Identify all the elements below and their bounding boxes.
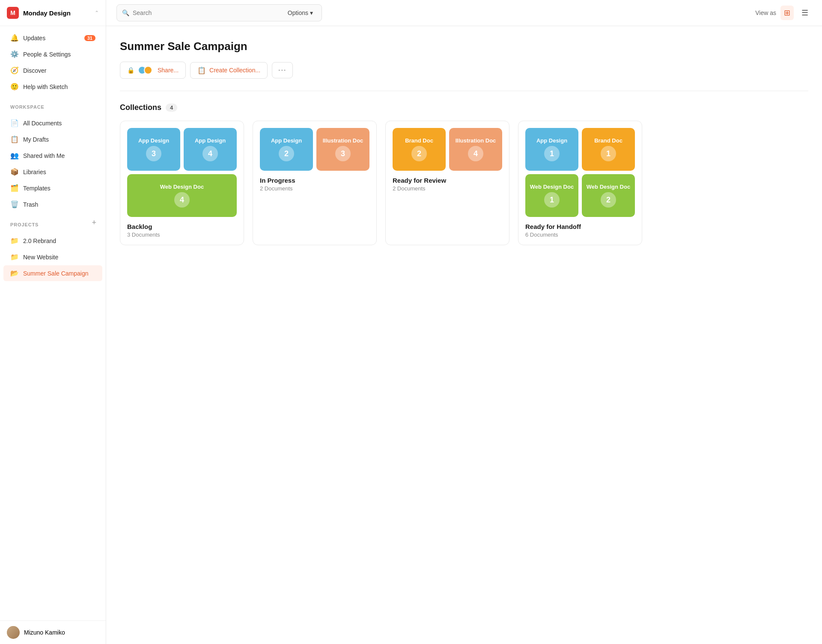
collections-section-header: Collections 4 (120, 103, 808, 112)
list-view-button[interactable]: ☰ (798, 6, 812, 20)
doc-tile-label: Illustration Doc (456, 137, 496, 145)
sidebar-item-shared-with-me[interactable]: 👥 Shared with Me (3, 148, 102, 163)
doc-tile: Web Design Doc 4 (127, 174, 237, 217)
sidebar-item-new-website[interactable]: 📁 New Website (3, 249, 102, 265)
page-title: Summer Sale Campaign (120, 40, 808, 53)
libraries-icon: 📦 (10, 168, 18, 176)
sidebar-item-rebrand[interactable]: 📁 2.0 Rebrand (3, 233, 102, 249)
doc-tile-number: 1 (544, 192, 560, 208)
sidebar-item-help-with-sketch[interactable]: 🙂 Help with Sketch (3, 79, 102, 95)
add-project-button[interactable]: + (89, 218, 99, 227)
doc-tile: App Design 4 (184, 128, 237, 171)
options-button[interactable]: Options ▾ (284, 8, 316, 18)
options-label: Options (288, 9, 308, 16)
doc-tile-number: 4 (203, 146, 218, 161)
sidebar-item-people-settings[interactable]: ⚙️ People & Settings (3, 46, 102, 62)
sidebar-item-label: Shared with Me (23, 152, 95, 159)
help-icon: 🙂 (10, 83, 18, 91)
trash-icon: 🗑️ (10, 200, 18, 208)
doc-tile-label: Brand Doc (594, 137, 622, 145)
collection-card-ready-for-review[interactable]: Brand Doc 2 Illustration Doc 4 Ready for… (385, 121, 509, 245)
create-collection-label: Create Collection... (209, 67, 260, 74)
doc-tile-number: 3 (335, 146, 351, 161)
search-box[interactable]: 🔍 Options ▾ (116, 4, 322, 21)
content-area: Summer Sale Campaign 🔒 Share... 📋 Create… (106, 26, 822, 644)
folder-open-icon: 📂 (10, 269, 18, 277)
grid-view-button[interactable]: ⊞ (780, 6, 794, 20)
sidebar-item-summer-sale[interactable]: 📂 Summer Sale Campaign (3, 265, 102, 281)
card-count: 2 Documents (393, 185, 502, 192)
document-icon: 📄 (10, 119, 18, 127)
more-options-button[interactable]: ··· (272, 62, 293, 78)
sidebar-item-label: New Website (23, 254, 95, 261)
sidebar-item-all-documents[interactable]: 📄 All Documents (3, 115, 102, 131)
doc-tile-label: Brand Doc (405, 137, 433, 145)
sidebar-item-label: My Drafts (23, 136, 95, 143)
chevron-icon: ⌃ (95, 10, 99, 16)
sidebar-item-libraries[interactable]: 📦 Libraries (3, 164, 102, 180)
lock-icon: 🔒 (127, 67, 134, 74)
sidebar-header[interactable]: M Monday Design ⌃ (0, 0, 106, 26)
doc-tile: Brand Doc 1 (582, 128, 635, 171)
doc-tile-number: 1 (601, 146, 616, 161)
doc-tile-number: 2 (279, 146, 294, 161)
collections-title: Collections (120, 103, 161, 112)
create-collection-icon: 📋 (197, 66, 206, 74)
share-button[interactable]: 🔒 Share... (120, 62, 186, 79)
sidebar-item-label: Templates (23, 185, 95, 192)
collection-card-in-progress[interactable]: App Design 2 Illustration Doc 3 In Progr… (253, 121, 377, 245)
sidebar-item-label: Discover (23, 67, 95, 74)
sidebar-item-label: Trash (23, 201, 95, 208)
doc-tile-label: App Design (195, 137, 226, 145)
folder-icon: 📁 (10, 253, 18, 261)
doc-tile-label: Web Design Doc (587, 184, 630, 191)
sidebar-item-templates[interactable]: 🗂️ Templates (3, 180, 102, 196)
doc-tile: App Design 3 (127, 128, 180, 171)
gear-icon: ⚙️ (10, 50, 18, 58)
sidebar-item-label: Help with Sketch (23, 83, 95, 90)
avatar (7, 626, 20, 639)
create-collection-button[interactable]: 📋 Create Collection... (190, 62, 268, 79)
sidebar-item-label: All Documents (23, 120, 95, 127)
doc-tile-number: 4 (468, 146, 483, 161)
topbar: 🔍 Options ▾ View as ⊞ ☰ (106, 0, 822, 26)
compass-icon: 🧭 (10, 66, 18, 74)
sidebar-item-label: People & Settings (23, 51, 95, 58)
sidebar-item-discover[interactable]: 🧭 Discover (3, 62, 102, 78)
doc-tile: Web Design Doc 1 (525, 174, 578, 217)
doc-tile: App Design 2 (260, 128, 313, 171)
share-label: Share... (158, 67, 179, 74)
doc-tile-label: Web Design Doc (530, 184, 574, 191)
sidebar-item-updates[interactable]: 🔔 Updates 31 (3, 30, 102, 46)
drafts-icon: 📋 (10, 135, 18, 143)
sidebar: M Monday Design ⌃ 🔔 Updates 31 ⚙️ People… (0, 0, 106, 644)
collection-card-ready-for-handoff[interactable]: App Design 1 Brand Doc 1 Web Design Doc … (518, 121, 642, 245)
docs-grid: App Design 3 App Design 4 Web Design Doc… (127, 128, 237, 217)
templates-icon: 🗂️ (10, 184, 18, 192)
search-icon: 🔍 (122, 9, 129, 16)
docs-grid: App Design 2 Illustration Doc 3 (260, 128, 369, 171)
doc-tile-label: Web Design Doc (160, 184, 204, 191)
search-input[interactable] (133, 9, 281, 16)
doc-tile: Illustration Doc 4 (449, 128, 502, 171)
sidebar-item-trash[interactable]: 🗑️ Trash (3, 196, 102, 212)
docs-grid: App Design 1 Brand Doc 1 Web Design Doc … (525, 128, 635, 217)
action-bar: 🔒 Share... 📋 Create Collection... ··· (120, 62, 808, 79)
divider (120, 91, 808, 91)
doc-tile-number: 2 (411, 146, 427, 161)
main-area: 🔍 Options ▾ View as ⊞ ☰ Summer Sale Camp… (106, 0, 822, 644)
doc-tile-label: Illustration Doc (323, 137, 363, 145)
doc-tile-number: 3 (146, 146, 161, 161)
projects-nav: 📁 2.0 Rebrand 📁 New Website 📂 Summer Sal… (0, 229, 106, 285)
card-count: 2 Documents (260, 185, 369, 192)
doc-tile-label: App Design (536, 137, 567, 145)
sidebar-nav: 🔔 Updates 31 ⚙️ People & Settings 🧭 Disc… (0, 26, 106, 98)
sidebar-item-my-drafts[interactable]: 📋 My Drafts (3, 131, 102, 147)
docs-grid: Brand Doc 2 Illustration Doc 4 (393, 128, 502, 171)
sidebar-item-label: Summer Sale Campaign (23, 270, 95, 277)
collections-grid: App Design 3 App Design 4 Web Design Doc… (120, 121, 808, 245)
avatar-group (140, 66, 152, 74)
collection-card-backlog[interactable]: App Design 3 App Design 4 Web Design Doc… (120, 121, 244, 245)
topbar-right: View as ⊞ ☰ (755, 6, 812, 20)
doc-tile: Web Design Doc 2 (582, 174, 635, 217)
